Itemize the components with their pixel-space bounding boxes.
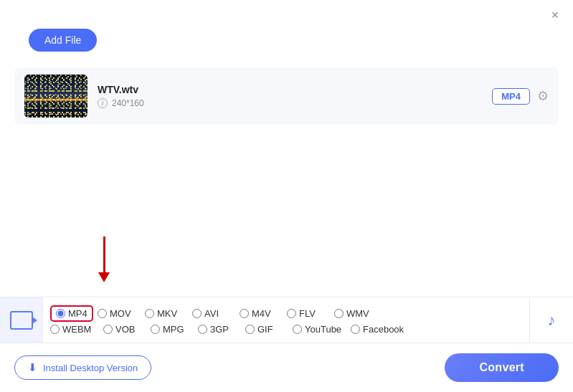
format-flv[interactable]: FLV (287, 308, 330, 319)
format-mpg-label: MPG (163, 324, 184, 335)
radio-m4v[interactable] (240, 309, 249, 318)
format-m4v[interactable]: M4V (240, 308, 283, 319)
video-format-tab[interactable] (0, 297, 43, 343)
main-content (0, 125, 573, 297)
format-m4v-label: M4V (252, 308, 271, 319)
close-button[interactable]: × (547, 7, 563, 23)
radio-mp4[interactable] (56, 309, 65, 318)
format-vob-label: VOB (115, 324, 135, 335)
radio-mpg[interactable] (151, 325, 160, 334)
format-options: MP4 MOV MKV AVI M4V (43, 297, 530, 343)
format-wmv-label: WMV (346, 308, 369, 319)
format-badge-button[interactable]: MP4 (492, 88, 530, 105)
format-row-1: MP4 MOV MKV AVI M4V (50, 305, 522, 322)
format-gif[interactable]: GIF (245, 324, 288, 335)
radio-vob[interactable] (103, 325, 113, 334)
title-bar: × (0, 0, 573, 26)
app-container: × Add File WTV.wtv i 240*160 MP4 ⚙ (0, 0, 573, 392)
radio-mkv[interactable] (145, 309, 154, 318)
audio-format-tab[interactable]: ♪ (530, 297, 573, 343)
format-row-2: WEBM VOB MPG 3GP GIF (50, 324, 522, 335)
format-avi[interactable]: AVI (192, 308, 235, 319)
convert-button[interactable]: Convert (445, 353, 559, 382)
file-actions: MP4 ⚙ (492, 88, 549, 105)
radio-gif[interactable] (245, 325, 255, 334)
add-file-button[interactable]: Add File (29, 29, 97, 52)
install-label: Install Desktop Version (43, 363, 138, 373)
radio-flv[interactable] (287, 309, 296, 318)
format-mkv-label: MKV (157, 308, 177, 319)
format-avi-label: AVI (204, 308, 219, 319)
format-facebook[interactable]: Facebook (351, 324, 408, 335)
file-meta: i 240*160 (98, 98, 482, 108)
format-mpg[interactable]: MPG (151, 324, 194, 335)
install-desktop-button[interactable]: ⬇ Install Desktop Version (14, 355, 151, 380)
file-info: WTV.wtv i 240*160 (98, 84, 482, 108)
radio-wmv[interactable] (334, 309, 344, 318)
download-icon: ⬇ (28, 361, 37, 374)
radio-mov[interactable] (98, 309, 107, 318)
bottom-bar: ⬇ Install Desktop Version Convert (0, 343, 573, 392)
music-icon: ♪ (548, 311, 556, 330)
format-3gp[interactable]: 3GP (198, 324, 241, 335)
radio-facebook[interactable] (351, 325, 360, 334)
format-gif-label: GIF (257, 324, 273, 335)
format-youtube-label: YouTube (305, 324, 341, 335)
radio-3gp[interactable] (198, 325, 207, 334)
format-webm[interactable]: WEBM (50, 324, 99, 335)
radio-avi[interactable] (192, 309, 202, 318)
format-mov[interactable]: MOV (98, 308, 141, 319)
radio-webm[interactable] (50, 325, 60, 334)
format-mov-label: MOV (110, 308, 131, 319)
format-youtube[interactable]: YouTube (293, 324, 346, 335)
file-list: WTV.wtv i 240*160 MP4 ⚙ (14, 67, 559, 125)
format-3gp-label: 3GP (210, 324, 229, 335)
thumbnail-image (24, 75, 87, 118)
file-name: WTV.wtv (98, 84, 482, 95)
settings-icon[interactable]: ⚙ (537, 88, 549, 104)
file-thumbnail (24, 75, 87, 118)
file-dimensions: 240*160 (112, 98, 144, 108)
format-mp4[interactable]: MP4 (50, 305, 93, 322)
format-mkv[interactable]: MKV (145, 308, 188, 319)
radio-youtube[interactable] (293, 325, 302, 334)
format-facebook-label: Facebook (363, 324, 404, 335)
info-icon: i (98, 98, 108, 108)
format-vob[interactable]: VOB (103, 324, 146, 335)
format-webm-label: WEBM (62, 324, 91, 335)
video-icon (10, 311, 33, 330)
format-flv-label: FLV (299, 308, 316, 319)
format-wmv[interactable]: WMV (334, 308, 377, 319)
format-section: MP4 MOV MKV AVI M4V (0, 297, 573, 343)
format-mp4-label: MP4 (68, 308, 87, 319)
